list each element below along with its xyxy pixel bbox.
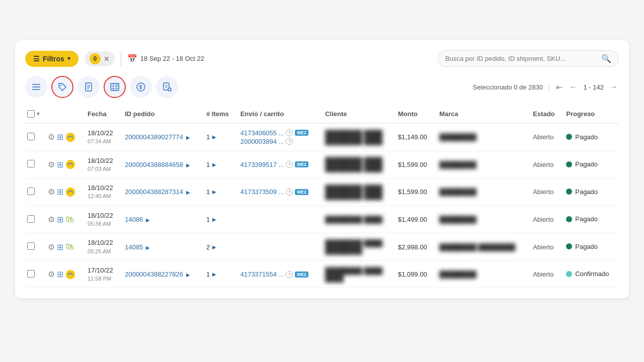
items-count: 1 (206, 188, 210, 196)
table-header-row: ▾ Fecha ID pedido # Items Envío / carrit… (25, 105, 619, 123)
add-doc-button[interactable] (156, 76, 178, 98)
progress-cell: Pagado (566, 188, 598, 196)
grid-icon[interactable]: ⊞ (57, 215, 63, 224)
order-time-value: 12:40 AM (88, 193, 117, 200)
shipment-line-1: 4173371554 ... ? ME2 (240, 270, 317, 278)
settings-icon[interactable]: ⚙ (48, 187, 55, 197)
select-all-header[interactable]: ▾ (25, 105, 44, 123)
date-range-label: 18 Sep 22 - 18 Oct 22 (140, 55, 204, 62)
help-icon-1[interactable]: ? (286, 189, 293, 196)
grid-icon[interactable]: ⊞ (57, 160, 63, 169)
order-status: Abierto (533, 133, 553, 141)
row-checkbox[interactable] (27, 133, 35, 140)
order-id[interactable]: 2000004388287314 (125, 188, 183, 196)
order-id[interactable]: 14085 (125, 243, 143, 251)
calendar-icon: 📅 (127, 54, 137, 63)
filter-close-button[interactable]: ✕ (104, 55, 110, 63)
order-expand-arrow[interactable]: ▶ (146, 217, 150, 223)
tag-view-button[interactable] (51, 76, 73, 98)
mercadolibre-icon (65, 269, 75, 280)
settings-icon[interactable]: ⚙ (48, 132, 55, 142)
col-marca: Marca (435, 105, 529, 123)
svg-point-33 (71, 273, 72, 274)
help-icon-1[interactable]: ? (286, 161, 293, 168)
order-expand-arrow[interactable]: ▶ (186, 190, 190, 195)
order-expand-arrow[interactable]: ▶ (186, 272, 190, 278)
items-arrow[interactable]: ▶ (212, 189, 216, 195)
mercadolibre-icon (65, 159, 75, 169)
row-checkbox[interactable] (27, 242, 35, 250)
customer-name-1: ████████ ████ (325, 185, 390, 192)
help-icon-1[interactable]: ? (286, 271, 293, 278)
items-cell: 2 ▶ (206, 243, 232, 251)
svg-point-25 (66, 160, 75, 169)
progress-dot (566, 216, 572, 222)
row-checkbox[interactable] (27, 270, 35, 278)
first-page-button[interactable]: ⇤ (555, 81, 564, 93)
row-icons: ⚙ ⊞ 🛍 (48, 215, 79, 225)
grid-icon[interactable]: ⊞ (57, 242, 63, 252)
shipment-id-2[interactable]: 2000003894 ... (240, 138, 284, 145)
order-date-value: 18/10/22 (88, 129, 117, 138)
row-checkbox[interactable] (27, 215, 35, 223)
search-input[interactable] (445, 55, 601, 62)
coin-button[interactable]: $ (130, 76, 152, 98)
items-arrow[interactable]: ▶ (212, 272, 216, 277)
help-icon-1[interactable]: ? (286, 129, 293, 136)
order-id[interactable]: 2000004388884658 (125, 161, 183, 168)
select-all-checkbox[interactable] (27, 110, 35, 118)
items-arrow[interactable]: ▶ (212, 134, 216, 140)
shipment-id-1[interactable]: 4173406055 ... (240, 129, 284, 137)
order-expand-arrow[interactable]: ▶ (146, 245, 150, 250)
action-icons-row: XLS $ Seleccionado 0 de 2830 | ⇤ (25, 76, 619, 98)
svg-point-29 (69, 191, 70, 192)
order-id[interactable]: 2000004389027774 (125, 133, 183, 141)
order-time-value: 05:25 AM (88, 248, 117, 255)
xls-export-button[interactable]: XLS (104, 76, 126, 98)
settings-icon[interactable]: ⚙ (48, 242, 55, 252)
settings-icon[interactable]: ⚙ (48, 160, 55, 169)
customer-name-2: ████████ (325, 247, 390, 254)
settings-icon[interactable]: ⚙ (48, 215, 55, 224)
grid-icon[interactable]: ⊞ (57, 187, 63, 197)
col-order-id: ID pedido (121, 105, 202, 123)
row-icons: ⚙ ⊞ (48, 132, 79, 142)
grid-icon[interactable]: ⊞ (57, 132, 63, 142)
order-date: 17/10/22 11:58 PM (88, 266, 117, 283)
expand-chevron[interactable]: ▾ (37, 111, 40, 117)
grid-icon[interactable]: ⊞ (57, 269, 63, 279)
order-id[interactable]: 14086 (125, 216, 143, 223)
next-page-button[interactable]: → (609, 81, 619, 93)
row-checkbox[interactable] (27, 188, 35, 195)
settings-icon[interactable]: ⚙ (48, 269, 55, 279)
prev-page-button[interactable]: ← (569, 81, 579, 93)
shipment-id-1[interactable]: 4173399517 ... (240, 161, 284, 168)
svg-rect-1 (32, 86, 40, 87)
progress-label: Pagado (575, 243, 598, 250)
order-amount: $2,998.00 (398, 243, 427, 251)
help-icon-2[interactable]: ? (286, 138, 293, 145)
filter-button[interactable]: ☰ Filtros ▾ (25, 51, 78, 67)
items-arrow[interactable]: ▶ (212, 162, 216, 167)
table-row: ⚙ ⊞ 🛍 18/10/22 05:25 AM 14085 ▶ 2 ▶ ████… (25, 233, 619, 261)
items-arrow[interactable]: ▶ (212, 217, 216, 222)
items-arrow[interactable]: ▶ (212, 244, 216, 250)
progress-label: Confirmado (575, 270, 609, 278)
shipment-id-1[interactable]: 4173373509 ... (240, 188, 284, 196)
shipment-id-1[interactable]: 4173371554 ... (240, 270, 284, 278)
order-time-value: 07:34 AM (88, 138, 117, 145)
row-checkbox[interactable] (27, 160, 35, 167)
order-date-value: 18/10/22 (88, 238, 117, 247)
progress-label: Pagado (575, 215, 598, 223)
items-count: 2 (206, 243, 210, 251)
list-view-button[interactable] (25, 76, 47, 98)
order-expand-arrow[interactable]: ▶ (186, 162, 190, 168)
order-expand-arrow[interactable]: ▶ (186, 135, 190, 140)
me2-badge: ME2 (295, 189, 308, 195)
svg-point-28 (66, 188, 75, 197)
svg-point-22 (66, 133, 75, 142)
order-id[interactable]: 2000004388227826 (125, 270, 183, 278)
doc-view-button[interactable] (77, 76, 100, 98)
order-status: Abierto (533, 216, 553, 223)
search-box[interactable]: 🔍 (438, 50, 619, 67)
